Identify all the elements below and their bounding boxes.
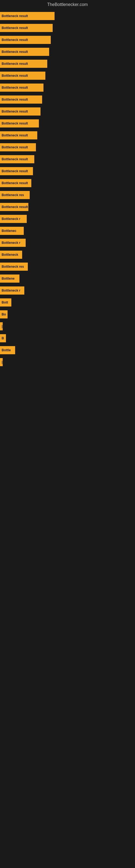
bar-row: Bottleneck res xyxy=(0,261,135,272)
bottleneck-bar: Bottlenec xyxy=(0,227,24,235)
bottleneck-bar: Bottleneck r xyxy=(0,286,24,294)
bar-label: Bottleneck r xyxy=(2,289,20,292)
bottleneck-bar: Bottleneck xyxy=(0,251,22,259)
bar-row: Bottleneck result xyxy=(0,166,135,176)
bar-row: Bottleneck result xyxy=(0,23,135,33)
bar-row: | xyxy=(0,321,135,332)
bar-row: Bottleneck result xyxy=(0,178,135,188)
bottleneck-bar: Bottleneck result xyxy=(0,131,37,140)
bar-row: Bottleneck result xyxy=(0,70,135,81)
bar-row: Bott xyxy=(0,297,135,308)
bottleneck-bar: Bottleneck result xyxy=(0,95,42,104)
bottleneck-bar: Bottleneck result xyxy=(0,155,34,163)
bar-label: Bottleneck result xyxy=(2,122,28,125)
bottleneck-bar: Bottleneck result xyxy=(0,107,41,116)
bar-row: Bottleneck xyxy=(0,250,135,260)
bottleneck-bar: | xyxy=(0,322,3,330)
bar-label: Bottleneck result xyxy=(2,62,28,66)
bar-label: Bottlene xyxy=(2,277,14,280)
bottleneck-bar: Bottlene xyxy=(0,275,19,283)
bar-label: Bottleneck result xyxy=(2,14,28,18)
bar-row: Bottleneck result xyxy=(0,94,135,105)
bar-row: Bottleneck result xyxy=(0,83,135,93)
bar-label: Bottleneck result xyxy=(2,50,28,54)
bar-label: Bottleneck xyxy=(2,253,18,257)
bar-row: Bottle xyxy=(0,345,135,355)
bottleneck-bar: Bo xyxy=(0,310,8,318)
bar-row: Bottleneck result xyxy=(0,202,135,212)
bar-row: Bottleneck res xyxy=(0,190,135,200)
bottleneck-bar: | xyxy=(0,358,3,366)
bottleneck-bar: Bottleneck r xyxy=(0,215,27,223)
bar-label: Bottleneck result xyxy=(2,205,28,209)
bottleneck-bar: Bottle xyxy=(0,346,15,354)
bottleneck-bar: Bottleneck result xyxy=(0,36,51,44)
bar-row: Bottleneck result xyxy=(0,59,135,69)
bottleneck-bar: Bott xyxy=(0,299,11,307)
bar-label: Bo xyxy=(2,312,6,316)
bottleneck-bar: Bottleneck result xyxy=(0,203,28,211)
bar-row: Bottleneck result xyxy=(0,46,135,57)
bars-container: Bottleneck result Bottleneck result Bott… xyxy=(0,8,135,367)
bar-label: | xyxy=(2,360,2,364)
bar-row: Bottlene xyxy=(0,273,135,284)
bottleneck-bar: Bottleneck result xyxy=(0,179,31,187)
bar-row: Bottleneck result xyxy=(0,106,135,117)
bar-label: Bottleneck result xyxy=(2,110,28,113)
bar-label: | xyxy=(2,324,2,328)
bottleneck-bar: Bottleneck result xyxy=(0,167,33,175)
bar-label: B xyxy=(2,336,4,340)
bar-label: Bottleneck r xyxy=(2,241,20,245)
bar-row: Bottleneck r xyxy=(0,238,135,248)
bar-label: Bottleneck r xyxy=(2,217,20,221)
bar-label: Bottle xyxy=(2,348,11,352)
bar-row: Bottleneck result xyxy=(0,142,135,152)
bar-label: Bottleneck result xyxy=(2,169,28,173)
bar-row: B xyxy=(0,333,135,343)
bar-row: Bottleneck result xyxy=(0,154,135,164)
bar-row: Bottleneck result xyxy=(0,118,135,129)
bottleneck-bar: Bottleneck result xyxy=(0,48,49,56)
bar-label: Bottleneck res xyxy=(2,193,24,197)
bottleneck-bar: Bottleneck result xyxy=(0,143,36,151)
bottleneck-bar: Bottleneck result xyxy=(0,24,53,32)
bar-label: Bottlenec xyxy=(2,229,16,233)
bar-label: Bottleneck result xyxy=(2,181,28,185)
bar-label: Bott xyxy=(2,301,8,304)
bar-row: Bottleneck result xyxy=(0,130,135,141)
bar-label: Bottleneck result xyxy=(2,86,28,90)
bar-row: | xyxy=(0,357,135,367)
site-title: TheBottlenecker.com xyxy=(0,0,135,8)
bar-label: Bottleneck result xyxy=(2,157,28,161)
bar-row: Bottleneck r xyxy=(0,285,135,296)
bottleneck-bar: Bottleneck res xyxy=(0,191,30,199)
bottleneck-bar: Bottleneck result xyxy=(0,12,54,20)
bar-row: Bottlenec xyxy=(0,226,135,236)
bar-row: Bottleneck result xyxy=(0,35,135,45)
bar-label: Bottleneck result xyxy=(2,26,28,30)
bar-label: Bottleneck res xyxy=(2,265,24,269)
bar-row: Bottleneck r xyxy=(0,214,135,224)
bottleneck-bar: Bottleneck res xyxy=(0,262,28,271)
bottleneck-bar: Bottleneck result xyxy=(0,60,47,68)
bar-label: Bottleneck result xyxy=(2,145,28,149)
bar-label: Bottleneck result xyxy=(2,98,28,101)
bottleneck-bar: Bottleneck result xyxy=(0,119,39,127)
bar-row: Bottleneck result xyxy=(0,11,135,21)
bar-label: Bottleneck result xyxy=(2,38,28,42)
bottleneck-bar: Bottleneck result xyxy=(0,72,45,80)
bottleneck-bar: Bottleneck r xyxy=(0,239,26,247)
bar-label: Bottleneck result xyxy=(2,74,28,78)
bottleneck-bar: B xyxy=(0,334,6,342)
bottleneck-bar: Bottleneck result xyxy=(0,84,43,92)
bar-label: Bottleneck result xyxy=(2,133,28,137)
bar-row: Bo xyxy=(0,309,135,319)
